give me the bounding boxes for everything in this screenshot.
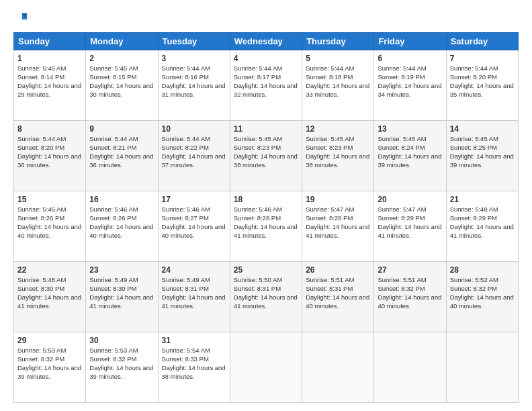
daylight-text: Daylight: 14 hours and 38 minutes. — [306, 152, 369, 169]
day-header-monday: Monday — [86, 33, 158, 50]
sunset-text: Sunset: 8:28 PM — [306, 214, 353, 222]
calendar-cell: 7Sunrise: 5:44 AMSunset: 8:20 PMDaylight… — [446, 50, 518, 121]
day-header-saturday: Saturday — [446, 33, 518, 50]
sunrise-text: Sunrise: 5:44 AM — [17, 135, 66, 142]
sunset-text: Sunset: 8:32 PM — [89, 355, 136, 363]
calendar-cell: 31Sunrise: 5:54 AMSunset: 8:33 PMDayligh… — [158, 332, 230, 403]
daylight-text: Daylight: 14 hours and 31 minutes. — [162, 82, 226, 98]
sunrise-text: Sunrise: 5:44 AM — [89, 135, 138, 142]
sunset-text: Sunset: 8:25 PM — [450, 144, 497, 151]
sunset-text: Sunset: 8:33 PM — [162, 355, 209, 363]
sunset-text: Sunset: 8:21 PM — [89, 144, 136, 151]
calendar-cell: 13Sunrise: 5:45 AMSunset: 8:24 PMDayligh… — [374, 121, 446, 191]
daylight-text: Daylight: 14 hours and 40 minutes. — [450, 293, 514, 310]
sunset-text: Sunset: 8:32 PM — [450, 285, 497, 292]
day-number: 7 — [450, 53, 515, 64]
daylight-text: Daylight: 14 hours and 38 minutes. — [234, 152, 298, 169]
day-number: 16 — [89, 194, 154, 205]
daylight-text: Daylight: 14 hours and 40 minutes. — [89, 223, 153, 239]
calendar-cell: 18Sunrise: 5:46 AMSunset: 8:28 PMDayligh… — [230, 191, 302, 262]
sunset-text: Sunset: 8:20 PM — [450, 73, 497, 81]
calendar-week-4: 22Sunrise: 5:48 AMSunset: 8:30 PMDayligh… — [14, 262, 519, 332]
daylight-text: Daylight: 14 hours and 38 minutes. — [162, 364, 226, 380]
calendar-cell: 23Sunrise: 5:49 AMSunset: 8:30 PMDayligh… — [86, 262, 158, 332]
calendar-cell: 28Sunrise: 5:52 AMSunset: 8:32 PMDayligh… — [446, 262, 518, 332]
sunrise-text: Sunrise: 5:45 AM — [17, 205, 66, 213]
day-number: 11 — [234, 124, 298, 134]
day-number: 4 — [234, 53, 298, 64]
daylight-text: Daylight: 14 hours and 39 minutes. — [17, 364, 81, 380]
sunrise-text: Sunrise: 5:45 AM — [89, 64, 138, 72]
daylight-text: Daylight: 14 hours and 41 minutes. — [450, 223, 514, 239]
sunset-text: Sunset: 8:26 PM — [17, 214, 64, 222]
sunset-text: Sunset: 8:31 PM — [234, 285, 281, 292]
calendar-cell — [230, 332, 302, 403]
sunset-text: Sunset: 8:31 PM — [162, 285, 209, 292]
daylight-text: Daylight: 14 hours and 40 minutes. — [17, 223, 81, 239]
daylight-text: Daylight: 14 hours and 40 minutes. — [378, 293, 441, 310]
day-number: 28 — [450, 265, 515, 275]
logo — [13, 11, 30, 26]
day-number: 21 — [450, 194, 515, 205]
sunset-text: Sunset: 8:32 PM — [17, 355, 64, 363]
daylight-text: Daylight: 14 hours and 34 minutes. — [378, 82, 441, 98]
calendar-week-3: 15Sunrise: 5:45 AMSunset: 8:26 PMDayligh… — [14, 191, 519, 262]
sunrise-text: Sunrise: 5:45 AM — [450, 135, 498, 142]
sunrise-text: Sunrise: 5:47 AM — [378, 205, 426, 213]
calendar-week-2: 8Sunrise: 5:44 AMSunset: 8:20 PMDaylight… — [14, 121, 519, 191]
day-number: 22 — [17, 265, 82, 275]
sunrise-text: Sunrise: 5:52 AM — [450, 276, 498, 283]
sunset-text: Sunset: 8:23 PM — [306, 144, 353, 151]
sunset-text: Sunset: 8:28 PM — [234, 214, 281, 222]
sunrise-text: Sunrise: 5:51 AM — [306, 276, 354, 283]
day-number: 23 — [89, 265, 154, 275]
daylight-text: Daylight: 14 hours and 41 minutes. — [162, 293, 226, 310]
daylight-text: Daylight: 14 hours and 36 minutes. — [89, 152, 153, 169]
sunrise-text: Sunrise: 5:44 AM — [162, 64, 210, 72]
calendar-cell: 30Sunrise: 5:53 AMSunset: 8:32 PMDayligh… — [86, 332, 158, 403]
day-number: 5 — [306, 53, 370, 64]
daylight-text: Daylight: 14 hours and 39 minutes. — [378, 152, 441, 169]
day-number: 12 — [306, 124, 370, 134]
calendar-cell: 16Sunrise: 5:46 AMSunset: 8:26 PMDayligh… — [86, 191, 158, 262]
daylight-text: Daylight: 14 hours and 41 minutes. — [234, 293, 298, 310]
calendar-cell: 5Sunrise: 5:44 AMSunset: 8:18 PMDaylight… — [302, 50, 374, 121]
calendar-cell: 17Sunrise: 5:46 AMSunset: 8:27 PMDayligh… — [158, 191, 230, 262]
day-number: 24 — [162, 265, 226, 275]
daylight-text: Daylight: 14 hours and 30 minutes. — [89, 82, 153, 98]
calendar-cell: 2Sunrise: 5:45 AMSunset: 8:15 PMDaylight… — [86, 50, 158, 121]
daylight-text: Daylight: 14 hours and 35 minutes. — [450, 82, 514, 98]
calendar-cell: 3Sunrise: 5:44 AMSunset: 8:16 PMDaylight… — [158, 50, 230, 121]
sunset-text: Sunset: 8:14 PM — [17, 73, 64, 81]
daylight-text: Daylight: 14 hours and 41 minutes. — [378, 223, 441, 239]
calendar-cell: 20Sunrise: 5:47 AMSunset: 8:29 PMDayligh… — [374, 191, 446, 262]
sunrise-text: Sunrise: 5:45 AM — [378, 135, 426, 142]
daylight-text: Daylight: 14 hours and 29 minutes. — [17, 82, 81, 98]
calendar-week-1: 1Sunrise: 5:45 AMSunset: 8:14 PMDaylight… — [14, 50, 519, 121]
day-number: 31 — [162, 335, 226, 346]
sunset-text: Sunset: 8:18 PM — [306, 73, 353, 81]
day-number: 3 — [162, 53, 226, 64]
sunrise-text: Sunrise: 5:44 AM — [378, 64, 426, 72]
sunrise-text: Sunrise: 5:51 AM — [378, 276, 426, 283]
calendar-cell: 4Sunrise: 5:44 AMSunset: 8:17 PMDaylight… — [230, 50, 302, 121]
sunset-text: Sunset: 8:31 PM — [306, 285, 353, 292]
day-number: 30 — [89, 335, 154, 346]
day-header-sunday: Sunday — [14, 33, 86, 50]
day-number: 18 — [234, 194, 298, 205]
daylight-text: Daylight: 14 hours and 37 minutes. — [162, 152, 226, 169]
day-number: 27 — [378, 265, 442, 275]
day-number: 1 — [17, 53, 82, 64]
daylight-text: Daylight: 14 hours and 32 minutes. — [234, 82, 298, 98]
sunrise-text: Sunrise: 5:48 AM — [17, 276, 66, 283]
daylight-text: Daylight: 14 hours and 39 minutes. — [450, 152, 514, 169]
sunset-text: Sunset: 8:15 PM — [89, 73, 136, 81]
sunrise-text: Sunrise: 5:48 AM — [450, 205, 498, 213]
sunrise-text: Sunrise: 5:45 AM — [17, 64, 66, 72]
calendar-header-row: SundayMondayTuesdayWednesdayThursdayFrid… — [14, 33, 519, 50]
sunrise-text: Sunrise: 5:44 AM — [306, 64, 354, 72]
sunset-text: Sunset: 8:29 PM — [450, 214, 497, 222]
sunrise-text: Sunrise: 5:46 AM — [89, 205, 138, 213]
daylight-text: Daylight: 14 hours and 36 minutes. — [17, 152, 81, 169]
day-number: 6 — [378, 53, 442, 64]
